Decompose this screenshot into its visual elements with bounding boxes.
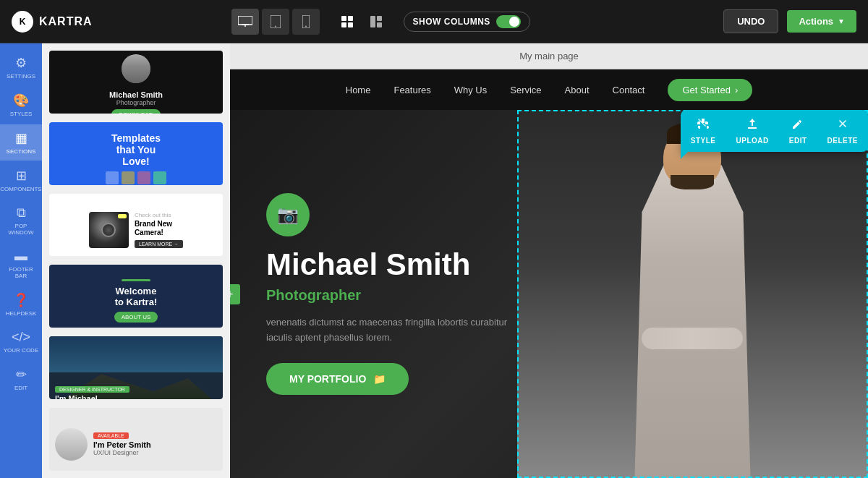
styles-icon: 🎨 bbox=[13, 93, 29, 108]
icon-sidebar: ⚙ SETTINGS 🎨 STYLES ▦ SECTIONS ⊞ COMPONE… bbox=[0, 43, 42, 478]
show-columns-area: SHOW COLUMNS bbox=[404, 12, 530, 32]
show-columns-label: SHOW COLUMNS bbox=[413, 17, 490, 27]
settings-icon: ⚙ bbox=[15, 55, 27, 71]
sidebar-item-settings[interactable]: ⚙ SETTINGS bbox=[0, 49, 42, 85]
template-card-landscape[interactable]: DESIGNER & INSTRUCTOR I'm Michael bbox=[48, 335, 224, 401]
svg-point-6 bbox=[305, 25, 307, 27]
page-label-bar: My main page bbox=[230, 43, 868, 69]
portfolio-icon: 📁 bbox=[373, 373, 386, 385]
svg-rect-7 bbox=[341, 16, 346, 21]
ctx-delete-button[interactable]: DELETE bbox=[817, 110, 868, 152]
templates-panel: Michael Smith Photographer DOWNLOAD Temp… bbox=[42, 43, 230, 478]
undo-button[interactable]: UNDO bbox=[723, 9, 778, 33]
svg-rect-0 bbox=[238, 16, 252, 25]
camera-icon-circle: 📷 bbox=[266, 193, 310, 236]
actions-chevron-icon: ▼ bbox=[838, 17, 845, 25]
svg-rect-8 bbox=[348, 16, 353, 21]
template-card-navy[interactable]: Welcometo Kartra! ABOUT US bbox=[48, 263, 224, 329]
device-buttons bbox=[231, 9, 320, 35]
sidebar-item-edit[interactable]: ✏ EDIT bbox=[0, 361, 42, 397]
helpdesk-icon: ❓ bbox=[13, 292, 29, 308]
website-preview: Home Features Why Us Service About Conta… bbox=[230, 69, 868, 478]
sidebar-item-footer-bar[interactable]: ▬ FOOTER BAR bbox=[0, 243, 42, 285]
top-toolbar: K KARTRA SHOW COLUMNS UNDO Actions ▼ bbox=[0, 0, 868, 43]
context-menu: STYLE UPLOAD bbox=[681, 110, 868, 152]
grid-buttons bbox=[334, 9, 389, 35]
edit-pencil-icon bbox=[791, 117, 804, 134]
sidebar-item-your-code[interactable]: </> YOUR CODE bbox=[0, 324, 42, 359]
site-nav: Home Features Why Us Service About Conta… bbox=[230, 69, 868, 110]
camera-icon: 📷 bbox=[277, 205, 299, 225]
mobile-btn[interactable] bbox=[292, 9, 320, 35]
add-section-button[interactable]: + bbox=[230, 284, 240, 304]
toggle-knob bbox=[509, 17, 519, 27]
canvas-area: My main page Home Features Why Us Servic… bbox=[230, 43, 868, 478]
hero-description: venenatis dictumst ac maecenas fringilla… bbox=[266, 315, 512, 346]
sidebar-item-components[interactable]: ⊞ COMPONENTS bbox=[0, 162, 42, 198]
svg-rect-9 bbox=[341, 22, 346, 27]
cta-arrow-icon: › bbox=[735, 85, 738, 95]
nav-service[interactable]: Service bbox=[510, 85, 541, 95]
ctx-upload-button[interactable]: UPLOAD bbox=[726, 110, 779, 152]
logo-text: KARTRA bbox=[39, 15, 93, 28]
template-card-camera[interactable]: Check out this Brand NewCamera! LEARN MO… bbox=[48, 192, 224, 258]
nav-contact[interactable]: Contact bbox=[613, 85, 645, 95]
delete-x-icon bbox=[836, 117, 849, 134]
svg-point-4 bbox=[275, 25, 276, 27]
desktop-btn[interactable] bbox=[231, 9, 259, 35]
svg-rect-12 bbox=[377, 16, 382, 21]
ctx-edit-button[interactable]: EDIT bbox=[779, 110, 817, 152]
template-card-peter[interactable]: AVAILABLE I'm Peter Smith UX/UI Designer bbox=[48, 406, 224, 472]
sidebar-item-helpdesk[interactable]: ❓ HELPDESK bbox=[0, 286, 42, 323]
svg-rect-13 bbox=[377, 22, 382, 27]
hero-title: Photographer bbox=[266, 287, 839, 304]
ctx-upload-label: UPLOAD bbox=[736, 137, 769, 145]
upload-icon bbox=[746, 117, 759, 134]
sidebar-item-styles[interactable]: 🎨 STYLES bbox=[0, 87, 42, 123]
grid-btn-2[interactable] bbox=[363, 9, 389, 35]
actions-button[interactable]: Actions ▼ bbox=[787, 10, 856, 33]
components-icon: ⊞ bbox=[16, 168, 27, 184]
sidebar-item-pop-window[interactable]: ⧉ POP WINDOW bbox=[0, 200, 42, 242]
canvas-frame: Home Features Why Us Service About Conta… bbox=[230, 69, 868, 478]
nav-about[interactable]: About bbox=[565, 85, 590, 95]
hero-left: 📷 Michael Smith Photographer venenatis d… bbox=[230, 110, 868, 478]
pop-window-icon: ⧉ bbox=[17, 205, 26, 221]
nav-cta-button[interactable]: Get Started › bbox=[668, 79, 752, 101]
ctx-delete-label: DELETE bbox=[827, 137, 858, 145]
portfolio-button[interactable]: MY PORTFOLIO 📁 bbox=[266, 363, 409, 395]
nav-features[interactable]: Features bbox=[393, 85, 430, 95]
edit-icon: ✏ bbox=[16, 367, 27, 383]
hero-name: Michael Smith bbox=[266, 248, 839, 281]
code-icon: </> bbox=[12, 330, 30, 345]
logo-area: K KARTRA bbox=[12, 11, 93, 33]
svg-rect-10 bbox=[348, 22, 353, 27]
sidebar-item-sections[interactable]: ▦ SECTIONS bbox=[0, 124, 42, 161]
show-columns-toggle[interactable] bbox=[496, 15, 521, 28]
tablet-btn[interactable] bbox=[262, 9, 289, 35]
sections-icon: ▦ bbox=[15, 130, 27, 146]
kartra-logo-icon: K bbox=[12, 11, 33, 33]
main-layout: ⚙ SETTINGS 🎨 STYLES ▦ SECTIONS ⊞ COMPONE… bbox=[0, 43, 868, 478]
nav-why-us[interactable]: Why Us bbox=[454, 85, 488, 95]
svg-rect-11 bbox=[370, 16, 375, 27]
ctx-style-button[interactable]: STYLE bbox=[681, 110, 726, 152]
grid-btn-1[interactable] bbox=[334, 9, 360, 35]
template-card-michael-dark[interactable]: Michael Smith Photographer DOWNLOAD bbox=[48, 49, 224, 115]
footer-bar-icon: ▬ bbox=[14, 249, 27, 264]
style-brush-icon bbox=[697, 117, 710, 134]
ctx-edit-label: EDIT bbox=[789, 137, 807, 145]
page-label: My main page bbox=[519, 51, 579, 61]
nav-home[interactable]: Home bbox=[346, 85, 371, 95]
hero-section: 📷 Michael Smith Photographer venenatis d… bbox=[230, 110, 868, 478]
template-card-blue[interactable]: Templatesthat YouLove! bbox=[48, 121, 224, 187]
ctx-style-label: STYLE bbox=[691, 137, 716, 145]
